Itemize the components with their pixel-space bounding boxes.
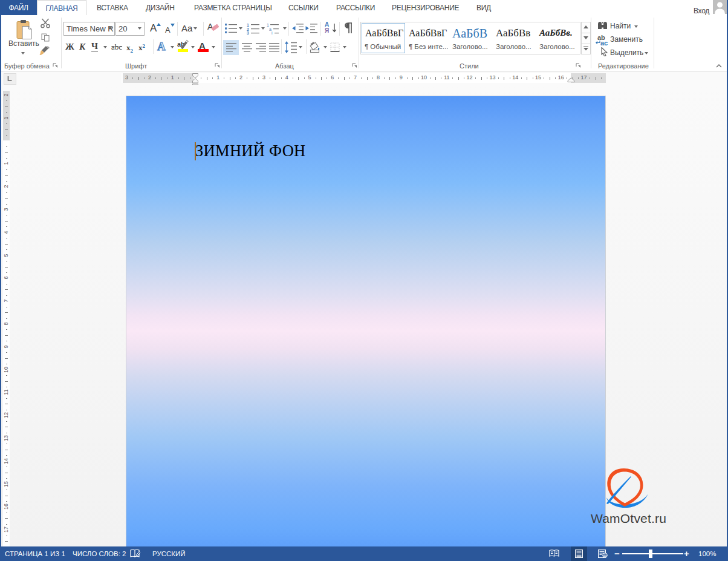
svg-text:i: i (271, 31, 273, 34)
svg-text:1: 1 (247, 23, 249, 27)
svg-text:3: 3 (247, 31, 249, 34)
svg-text:1: 1 (267, 23, 269, 27)
